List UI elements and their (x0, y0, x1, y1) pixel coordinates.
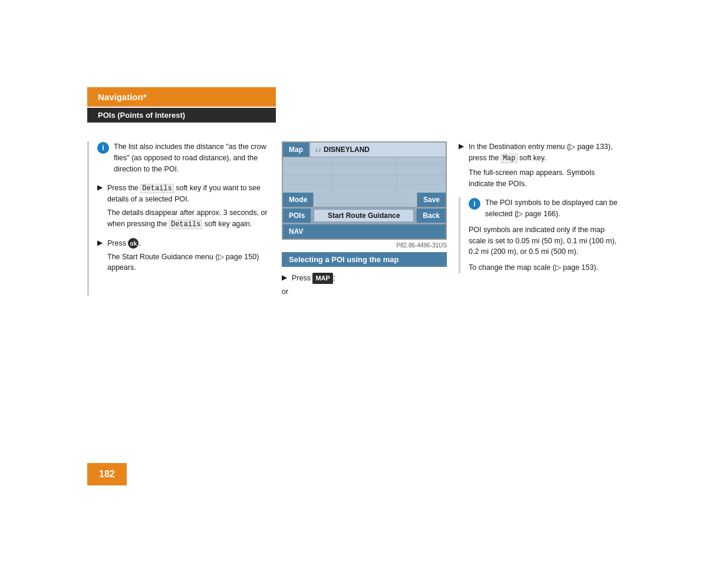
right-bullet-arrow-1: ▶ (459, 142, 464, 189)
header-section: Navigation* POIs (Points of Interest) (87, 87, 276, 123)
details-code-2: Details (169, 220, 202, 229)
right-info-block: i The POI symbols to be displayed can be… (459, 197, 618, 273)
right-info-text-3: To change the map scale (▷ page 153). (469, 262, 618, 273)
nav-nav-row: NAV (282, 224, 446, 239)
left-column: i The list also includes the distance "a… (87, 141, 270, 296)
section-header: Selecting a POI using the map (282, 252, 447, 267)
bullet-arrow-2: ▶ (97, 239, 103, 276)
nav-location-title: DISNEYLAND (324, 146, 370, 154)
nav-map-view (282, 157, 446, 193)
info-icon-2: i (469, 198, 480, 210)
nav-map-button[interactable]: Map (282, 142, 309, 157)
right-content-1b: The full-screen map appears. Symbols ind… (469, 167, 618, 190)
nav-mode-button[interactable]: Mode (283, 193, 314, 207)
center-bullet-arrow: ▶ (282, 273, 287, 284)
nav-nav-label: NAV (289, 227, 303, 236)
nav-title-bar: Navigation* (87, 87, 276, 107)
info-text-1: The list also includes the distance "as … (114, 141, 270, 174)
content-area: i The list also includes the distance "a… (87, 141, 681, 296)
bullet-content-2: Press ok. (107, 238, 270, 249)
info-icon-1: i (97, 142, 109, 154)
center-bullet-1: ▶ Press MAP; (282, 273, 447, 284)
nav-screen-header-row: Map ♪♪ DISNEYLAND (282, 142, 446, 157)
map-key-badge: MAP (312, 273, 332, 284)
music-icon: ♪♪ (315, 146, 321, 153)
follow-text-1: The details disappear after approx. 3 se… (107, 207, 270, 230)
image-code: P82.86-4496-31US (282, 242, 447, 249)
nav-screen: Map ♪♪ DISNEYLAND Mode Save POIs (282, 141, 447, 240)
nav-pois-back-row: POIs Start Route Guidance Back (282, 207, 446, 224)
nav-back-button[interactable]: Back (416, 209, 446, 223)
map-soft-key-code: Map (501, 154, 518, 163)
right-info-top: i The POI symbols to be displayed can be… (469, 197, 618, 220)
poi-subtitle: POIs (Points of Interest) (98, 111, 185, 120)
center-bullet-content: Press MAP; (292, 273, 335, 284)
right-column: ▶ In the Destination entry menu (▷ page … (459, 141, 618, 296)
right-bullet-1: ▶ In the Destination entry menu (▷ page … (459, 141, 618, 189)
page-number-block: 182 (87, 463, 127, 485)
page-number: 182 (99, 469, 115, 479)
bullet-item-1: ▶ Press the Details soft key if you want… (97, 183, 270, 232)
bullet-item-2: ▶ Press ok. The Start Route Guidance men… (97, 238, 270, 276)
follow-text-2: The Start Route Guidance menu (▷ page 15… (107, 252, 270, 274)
nav-title-area: ♪♪ DISNEYLAND (309, 142, 446, 157)
nav-save-button[interactable]: Save (417, 193, 446, 207)
bullet-arrow-1: ▶ (97, 183, 103, 232)
right-info-text-2: POI symbols are indicated only if the ma… (469, 224, 618, 257)
ok-badge: ok (128, 238, 139, 249)
nav-start-route-button[interactable]: Start Route Guidance (314, 209, 414, 222)
nav-title: Navigation* (98, 92, 147, 102)
details-code-1: Details (140, 184, 173, 193)
info-block-1: i The list also includes the distance "a… (97, 141, 270, 174)
bullet-content-1: Press the Details soft key if you want t… (107, 183, 270, 205)
nav-mode-save-row: Mode Save (282, 193, 446, 207)
or-text: or (282, 287, 447, 296)
nav-pois-button[interactable]: POIs (283, 209, 311, 223)
right-content-1: In the Destination entry menu (▷ page 13… (469, 141, 618, 164)
center-column: Map ♪♪ DISNEYLAND Mode Save POIs (282, 141, 447, 296)
right-info-text-1: The POI symbols to be displayed can be s… (485, 197, 618, 220)
poi-subtitle-bar: POIs (Points of Interest) (87, 108, 276, 123)
